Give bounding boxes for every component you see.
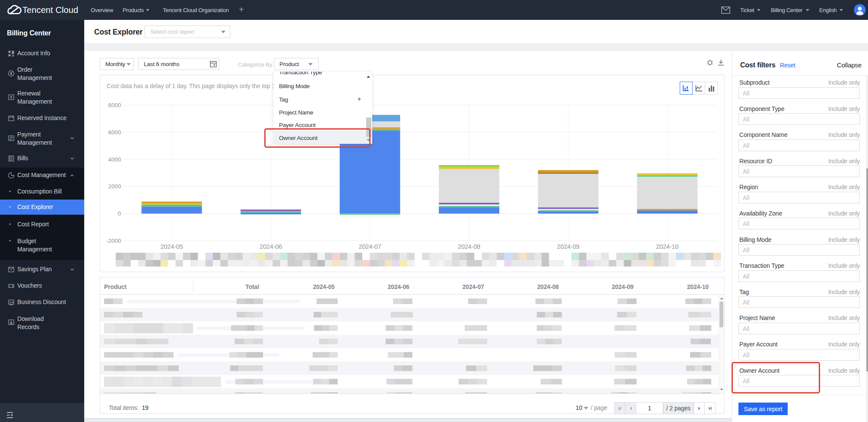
svg-text:2024-05: 2024-05 — [161, 243, 183, 250]
svg-text:4000: 4000 — [108, 156, 121, 163]
svg-text:2024-10: 2024-10 — [656, 243, 678, 250]
svg-text:2024-08: 2024-08 — [458, 243, 480, 250]
svg-text:0: 0 — [118, 210, 121, 217]
svg-text:-2000: -2000 — [106, 238, 121, 244]
svg-text:2024-07: 2024-07 — [359, 243, 381, 250]
svg-text:8000: 8000 — [108, 102, 121, 108]
svg-text:6000: 6000 — [108, 129, 121, 136]
svg-text:2024-09: 2024-09 — [557, 243, 580, 250]
svg-text:2024-06: 2024-06 — [260, 243, 282, 250]
svg-text:2000: 2000 — [108, 183, 121, 190]
